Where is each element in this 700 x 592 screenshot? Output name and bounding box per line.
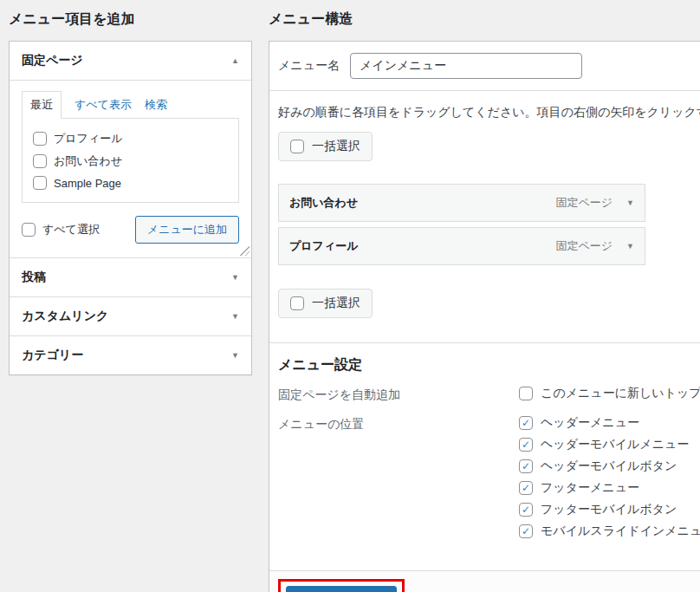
menu-location-label: メニューの位置 [278, 415, 519, 545]
add-to-menu-button[interactable]: メニューに追加 [135, 216, 239, 244]
checklist-item-label: プロフィール [54, 131, 123, 146]
menu-item-type: 固定ページ [555, 195, 612, 211]
checkbox-checked-icon[interactable] [519, 503, 533, 517]
checkbox-icon[interactable] [290, 296, 304, 310]
menu-item-title: お問い合わせ [289, 195, 555, 211]
menu-edit-footer: メニューを保存 メニューを削除 [269, 570, 700, 592]
accordion-pages-title: 固定ページ [22, 53, 83, 68]
accordion-pages-header[interactable]: 固定ページ ▲ [10, 42, 251, 80]
add-items-accordion: 固定ページ ▲ 最近 すべて表示 検索 プロフィール お問い合わせ [9, 41, 252, 375]
auto-add-checkbox[interactable]: このメニューに新しいトップレベ [519, 386, 700, 401]
location-label: ヘッダーモバイルメニュー [541, 437, 689, 452]
checklist-item-profile[interactable]: プロフィール [33, 127, 238, 150]
accordion-section-custom-links: カスタムリンク ▼ [10, 297, 251, 336]
checklist-item-label: Sample Page [54, 177, 121, 190]
location-checkbox-footer-menu[interactable]: フッターメニュー [519, 480, 700, 496]
checkbox-checked-icon[interactable] [519, 438, 533, 452]
pages-panel-body: 最近 すべて表示 検索 プロフィール お問い合わせ Sample [10, 80, 251, 257]
accordion-categories-header[interactable]: カテゴリー ▼ [10, 336, 251, 374]
accordion-section-pages: 固定ページ ▲ 最近 すべて表示 検索 プロフィール お問い合わせ [10, 42, 251, 258]
auto-add-label: 固定ページを自動追加 [278, 386, 519, 407]
accordion-categories-title: カテゴリー [22, 348, 83, 363]
bulk-select-label: 一括選択 [312, 139, 360, 154]
tab-view-all[interactable]: すべて表示 [75, 92, 132, 118]
tab-most-recent[interactable]: 最近 [22, 91, 62, 119]
location-checkbox-header-menu[interactable]: ヘッダーメニュー [519, 415, 700, 431]
auto-add-setting-row: 固定ページを自動追加 このメニューに新しいトップレベ [278, 386, 700, 407]
select-all-checkbox[interactable]: すべて選択 [22, 222, 100, 237]
location-label: モバイルスライドインメニュー [541, 524, 700, 539]
accordion-custom-links-header[interactable]: カスタムリンク ▼ [10, 297, 251, 335]
accordion-posts-header[interactable]: 投稿 ▼ [10, 258, 251, 296]
location-checkbox-header-mobile-button[interactable]: ヘッダーモバイルボタン [519, 459, 700, 474]
location-label: フッターメニュー [541, 480, 639, 496]
menu-name-row: メニュー名 [269, 42, 700, 91]
location-checkbox-footer-mobile-button[interactable]: フッターモバイルボタン [519, 502, 700, 517]
checklist-item-label: お問い合わせ [54, 153, 122, 169]
accordion-custom-links-title: カスタムリンク [22, 309, 108, 324]
menu-name-label: メニュー名 [278, 58, 340, 74]
auto-add-field: このメニューに新しいトップレベ [519, 386, 700, 407]
checkbox-icon[interactable] [290, 140, 304, 153]
menu-item-contact[interactable]: お問い合わせ 固定ページ ▼ [278, 184, 645, 222]
menu-settings-title: メニュー設定 [278, 356, 700, 374]
menu-item-type: 固定ページ [555, 238, 612, 254]
add-items-title: メニュー項目を追加 [9, 0, 252, 41]
location-label: フッターモバイルボタン [541, 502, 677, 517]
checkbox-checked-icon[interactable] [519, 524, 533, 538]
checkbox-checked-icon[interactable] [519, 481, 533, 495]
annotation-highlight-box: メニューを保存 [278, 579, 405, 592]
add-menu-items-column: メニュー項目を追加 固定ページ ▲ 最近 すべて表示 検索 プロフィール [9, 0, 252, 375]
pages-tabs: 最近 すべて表示 検索 [22, 91, 239, 119]
location-checkbox-mobile-slidein-menu[interactable]: モバイルスライドインメニュー [519, 524, 700, 539]
auto-add-option-label: このメニューに新しいトップレベ [541, 386, 700, 401]
menu-edit-panel: メニュー名 好みの順番に各項目をドラッグしてください。項目の右側の矢印をクリック… [269, 41, 700, 592]
checklist-item-contact[interactable]: お問い合わせ [33, 150, 238, 172]
resize-grip-icon[interactable] [238, 244, 250, 256]
chevron-down-icon: ▼ [231, 313, 239, 321]
checkbox-checked-icon[interactable] [519, 459, 533, 473]
bulk-select-top[interactable]: 一括選択 [278, 132, 373, 161]
chevron-down-icon[interactable]: ▼ [626, 243, 634, 250]
checkbox-icon[interactable] [33, 132, 47, 146]
menu-item-profile[interactable]: プロフィール 固定ページ ▼ [278, 227, 645, 265]
menu-structure-column: メニュー構造 メニュー名 好みの順番に各項目をドラッグしてください。項目の右側の… [269, 0, 700, 592]
menu-structure-title: メニュー構造 [269, 0, 700, 41]
bulk-select-bottom[interactable]: 一括選択 [278, 289, 373, 318]
pages-checklist: プロフィール お問い合わせ Sample Page [22, 118, 239, 203]
accordion-posts-title: 投稿 [22, 270, 46, 285]
chevron-up-icon: ▲ [231, 57, 239, 65]
settings-divider [269, 342, 700, 343]
chevron-down-icon: ▼ [231, 352, 239, 360]
checkbox-icon[interactable] [33, 176, 47, 190]
location-checkbox-header-mobile-menu[interactable]: ヘッダーモバイルメニュー [519, 437, 700, 452]
bulk-select-label: 一括選択 [312, 296, 360, 311]
menu-location-field: ヘッダーメニュー ヘッダーモバイルメニュー ヘッダーモバイルボタン フッターメニ… [519, 415, 700, 545]
menu-location-setting-row: メニューの位置 ヘッダーメニュー ヘッダーモバイルメニュー ヘッダーモバイルボタ… [278, 415, 700, 545]
drag-instruction-text: 好みの順番に各項目をドラッグしてください。項目の右側の矢印をクリックすると、 [278, 105, 700, 120]
menu-item-title: プロフィール [289, 238, 555, 254]
chevron-down-icon[interactable]: ▼ [626, 199, 634, 207]
accordion-section-categories: カテゴリー ▼ [10, 336, 251, 374]
accordion-section-posts: 投稿 ▼ [10, 258, 251, 297]
chevron-down-icon: ▼ [231, 274, 239, 282]
checkbox-icon[interactable] [519, 387, 533, 400]
location-label: ヘッダーメニュー [541, 415, 639, 431]
checkbox-checked-icon[interactable] [519, 416, 533, 430]
save-menu-button[interactable]: メニューを保存 [286, 586, 397, 592]
checkbox-icon[interactable] [22, 223, 36, 237]
checkbox-icon[interactable] [33, 154, 47, 168]
checklist-item-sample-page[interactable]: Sample Page [33, 172, 238, 193]
pages-list-footer: すべて選択 メニューに追加 [22, 203, 239, 257]
menu-edit-body: 好みの順番に各項目をドラッグしてください。項目の右側の矢印をクリックすると、 一… [269, 105, 700, 558]
location-label: ヘッダーモバイルボタン [541, 459, 677, 474]
tab-search[interactable]: 検索 [145, 92, 167, 118]
menu-name-input[interactable] [350, 53, 582, 79]
select-all-label: すべて選択 [42, 222, 100, 237]
